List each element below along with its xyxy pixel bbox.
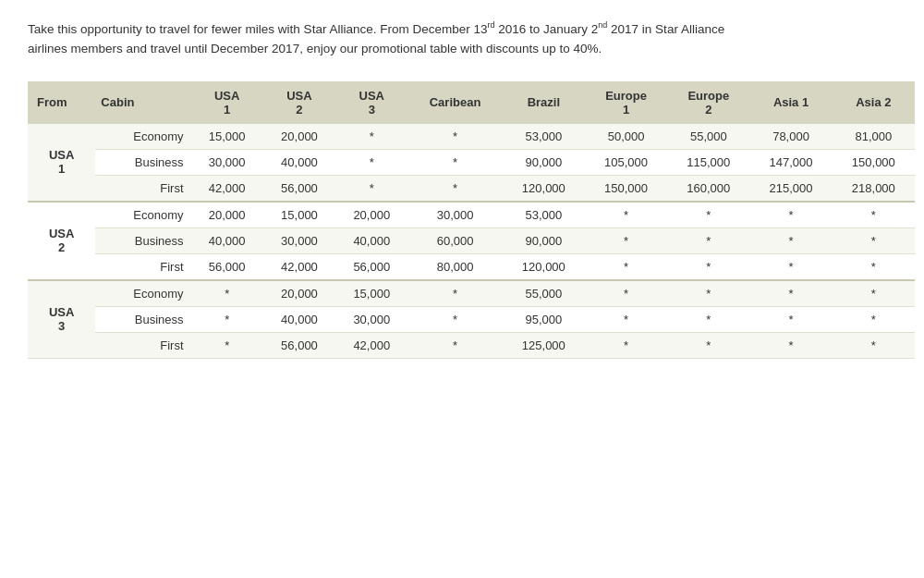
cell-europe2: 55,000 (667, 124, 749, 150)
cell-caribean: * (407, 332, 502, 358)
cell-brazil: 55,000 (503, 280, 585, 307)
header-usa1: USA1 (191, 81, 263, 124)
cell-europe2: * (667, 202, 749, 228)
cell-caribean: 80,000 (407, 253, 502, 280)
table-row: First*56,00042,000*125,000**** (28, 332, 915, 358)
cell-usa2: 42,000 (263, 253, 335, 280)
cell-asia1: 147,000 (749, 149, 832, 175)
cell-caribean: 60,000 (407, 228, 502, 253)
cell-asia1: 78,000 (749, 124, 832, 150)
cell-usa3: 56,000 (335, 253, 407, 280)
cell-asia1: * (749, 228, 832, 253)
cell-usa1: 56,000 (191, 253, 263, 280)
header-usa2: USA2 (263, 81, 335, 124)
cell-asia2: * (833, 306, 915, 332)
cell-cabin: First (95, 332, 190, 358)
cell-asia2: * (833, 228, 915, 253)
cell-asia2: 81,000 (833, 124, 915, 150)
cell-europe2: 160,000 (667, 175, 749, 202)
cell-usa2: 20,000 (263, 124, 335, 150)
table-row: Business30,00040,000**90,000105,000115,0… (28, 149, 915, 175)
cell-caribean: * (407, 306, 502, 332)
cell-usa2: 20,000 (263, 280, 335, 307)
cell-caribean: * (407, 124, 502, 150)
cell-europe2: * (667, 306, 749, 332)
cell-europe2: * (667, 228, 749, 253)
cell-brazil: 95,000 (503, 306, 585, 332)
cell-usa3: * (335, 175, 407, 202)
cell-caribean: 30,000 (407, 202, 502, 228)
cell-from-2: USA3 (28, 280, 95, 359)
table-row: USA3Economy*20,00015,000*55,000**** (28, 280, 915, 307)
cell-asia1: * (749, 253, 832, 280)
header-cabin: Cabin (95, 81, 190, 124)
cell-from-1: USA2 (28, 202, 95, 280)
cell-cabin: First (95, 253, 190, 280)
cell-usa2: 56,000 (263, 175, 335, 202)
header-brazil: Brazil (503, 81, 585, 124)
cell-usa1: 40,000 (191, 228, 263, 253)
cell-usa2: 40,000 (263, 149, 335, 175)
cell-usa2: 40,000 (263, 306, 335, 332)
cell-europe1: 50,000 (585, 124, 667, 150)
cell-from-0: USA1 (28, 124, 95, 202)
cell-asia2: * (833, 332, 915, 358)
cell-usa1: 42,000 (191, 175, 263, 202)
cell-europe1: * (585, 306, 667, 332)
cell-usa3: * (335, 149, 407, 175)
cell-usa3: * (335, 124, 407, 150)
header-usa3: USA3 (335, 81, 407, 124)
cell-usa1: * (191, 280, 263, 307)
header-from: From (28, 81, 95, 124)
cell-usa1: * (191, 306, 263, 332)
cell-brazil: 53,000 (503, 124, 585, 150)
cell-asia2: * (833, 202, 915, 228)
cell-usa1: * (191, 332, 263, 358)
table-row: Business*40,00030,000*95,000**** (28, 306, 915, 332)
intro-paragraph: Take this opportunity to travel for fewe… (28, 18, 748, 59)
cell-europe1: * (585, 202, 667, 228)
cell-asia1: * (749, 280, 832, 307)
cell-cabin: First (95, 175, 190, 202)
cell-caribean: * (407, 149, 502, 175)
cell-europe1: 105,000 (585, 149, 667, 175)
header-caribean: Caribean (407, 81, 502, 124)
header-asia1: Asia 1 (749, 81, 832, 124)
cell-usa3: 30,000 (335, 306, 407, 332)
cell-cabin: Business (95, 228, 190, 253)
table-row: USA2Economy20,00015,00020,00030,00053,00… (28, 202, 915, 228)
cell-usa3: 20,000 (335, 202, 407, 228)
cell-europe1: * (585, 332, 667, 358)
cell-usa1: 15,000 (191, 124, 263, 150)
cell-brazil: 120,000 (503, 175, 585, 202)
cell-asia1: * (749, 332, 832, 358)
header-europe2: Europe2 (667, 81, 749, 124)
table-row: Business40,00030,00040,00060,00090,000**… (28, 228, 915, 253)
table-row: First56,00042,00056,00080,000120,000**** (28, 253, 915, 280)
cell-usa2: 30,000 (263, 228, 335, 253)
cell-europe2: * (667, 253, 749, 280)
cell-usa3: 40,000 (335, 228, 407, 253)
cell-brazil: 120,000 (503, 253, 585, 280)
cell-asia2: 218,000 (833, 175, 915, 202)
cell-europe1: * (585, 280, 667, 307)
cell-usa2: 56,000 (263, 332, 335, 358)
cell-brazil: 53,000 (503, 202, 585, 228)
cell-brazil: 90,000 (503, 228, 585, 253)
cell-asia2: 150,000 (833, 149, 915, 175)
cell-caribean: * (407, 175, 502, 202)
cell-cabin: Business (95, 306, 190, 332)
cell-europe1: 150,000 (585, 175, 667, 202)
cell-europe1: * (585, 228, 667, 253)
cell-usa2: 15,000 (263, 202, 335, 228)
cell-asia2: * (833, 280, 915, 307)
cell-europe2: 115,000 (667, 149, 749, 175)
header-europe1: Europe1 (585, 81, 667, 124)
cell-usa1: 30,000 (191, 149, 263, 175)
cell-usa3: 15,000 (335, 280, 407, 307)
cell-asia1: * (749, 202, 832, 228)
cell-europe2: * (667, 332, 749, 358)
cell-europe1: * (585, 253, 667, 280)
cell-cabin: Economy (95, 202, 190, 228)
cell-caribean: * (407, 280, 502, 307)
